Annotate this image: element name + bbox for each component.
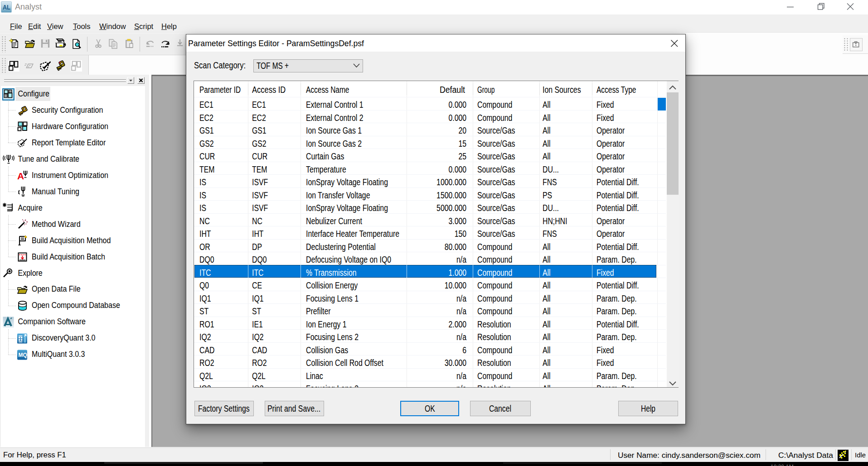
svg-text:MQ: MQ (18, 352, 27, 358)
svg-text:A: A (17, 171, 24, 181)
